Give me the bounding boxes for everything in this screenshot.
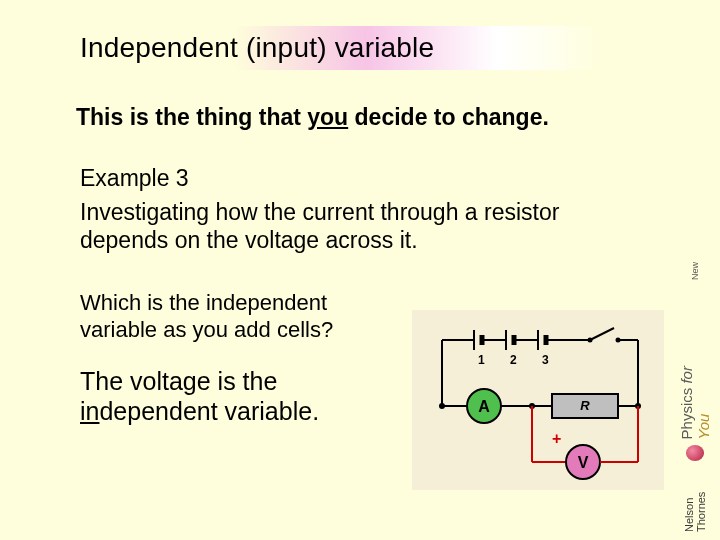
cell-label-1: 1 [478,353,485,367]
publisher-branding: New Physics for You Nelson Thornes [678,262,712,532]
cell-label-2: 2 [510,353,517,367]
title-band: Independent (input) variable [74,26,604,70]
cell-label-3: 3 [542,353,549,367]
plus-label: + [552,430,561,447]
answer-text: The voltage is the independent variable. [80,366,380,426]
lead-part-1: This is the thing that [76,104,307,130]
lead-sentence: This is the thing that you decide to cha… [76,104,720,131]
ammeter-label: A [478,398,490,415]
lead-part-2: decide to change. [348,104,549,130]
title-word-2: (input) [246,32,327,63]
title-word-3: variable [335,32,435,63]
brand-blob-icon [686,445,704,461]
brand-new: New [690,262,700,280]
title-word-1: Independent [80,32,238,63]
example-label: Example 3 [80,165,720,192]
resistor-label: R [580,398,590,413]
question-text: Which is the independent variable as you… [80,290,380,344]
lead-you: you [307,104,348,130]
answer-part-2: dependent variable. [99,397,319,425]
example-description: Investigating how the current through a … [80,198,600,254]
brand-publisher: Nelson Thornes [683,465,707,532]
answer-under: in [80,397,99,425]
answer-part-1: The voltage is the [80,367,277,395]
slide-title: Independent (input) variable [80,32,434,64]
voltmeter-label: V [578,454,589,471]
brand-physics: Physics for You [678,350,712,439]
circuit-diagram: 1 2 3 A R V + [412,310,664,492]
